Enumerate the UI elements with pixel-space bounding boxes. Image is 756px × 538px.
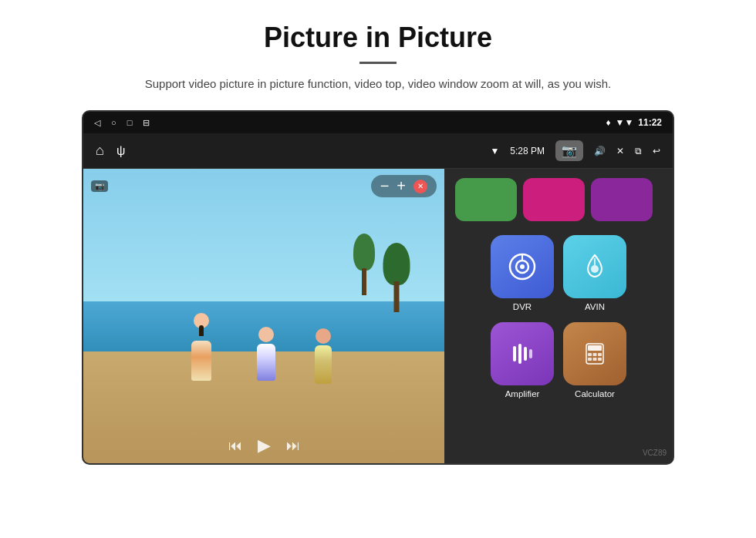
svg-point-2	[520, 264, 525, 269]
pip-minus-button[interactable]: −	[380, 177, 390, 195]
camera-button[interactable]: 📷	[555, 140, 583, 161]
svg-rect-14	[598, 353, 602, 356]
status-bar-right: ♦ ▼▼ 11:22	[606, 117, 662, 128]
app-grid-section: DVR AVIN	[444, 169, 673, 463]
top-apps-row	[455, 178, 662, 221]
video-section[interactable]: 📷 − + ✕ ⏮ ▶ ⏭	[83, 169, 444, 463]
app-bar: ⌂ ψ ▼ 5:28 PM 📷 🔊 ✕ ⧉ ↩	[83, 133, 673, 169]
volume-icon[interactable]: 🔊	[594, 146, 606, 156]
close-icon[interactable]: ✕	[616, 146, 624, 156]
svg-rect-6	[513, 346, 516, 361]
person-2	[257, 327, 275, 381]
svg-rect-12	[588, 353, 592, 356]
back-nav-icon[interactable]: ◁	[94, 118, 100, 128]
calculator-label: Calculator	[575, 389, 615, 398]
avin-label: AVIN	[585, 302, 605, 311]
app-dvr[interactable]: DVR	[491, 235, 554, 311]
app-bar-left: ⌂ ψ	[96, 143, 125, 159]
app-bar-right: ▼ 5:28 PM 📷 🔊 ✕ ⧉ ↩	[490, 140, 660, 161]
play-button[interactable]: ▶	[258, 435, 271, 456]
app-bar-time: 5:28 PM	[510, 146, 545, 156]
forward-button[interactable]: ⏭	[286, 438, 300, 454]
watermark: VCZ89	[643, 449, 667, 457]
person-1	[191, 313, 211, 381]
pip-close-button[interactable]: ✕	[413, 180, 427, 193]
pip-size-controls[interactable]: − + ✕	[371, 175, 437, 197]
location-icon: ♦	[606, 117, 610, 128]
usb-icon: ψ	[116, 144, 125, 158]
tree-2	[349, 234, 380, 295]
app-calculator[interactable]: Calculator	[563, 322, 626, 398]
page-subtitle: Support video picture in picture functio…	[145, 75, 611, 93]
siriusxm-icon-partial	[523, 178, 585, 221]
svg-rect-11	[588, 345, 602, 351]
wifi-icon: ▼▼	[616, 117, 634, 128]
svg-rect-16	[593, 358, 597, 361]
wheelkey-icon-partial	[591, 178, 653, 221]
wifi-status-icon: ▼	[490, 146, 499, 156]
amplifier-label: Amplifier	[505, 389, 540, 398]
status-time: 11:22	[638, 117, 662, 128]
video-bottom-controls: ⏮ ▶ ⏭	[83, 435, 444, 456]
main-content: 📷 − + ✕ ⏮ ▶ ⏭	[83, 169, 673, 463]
page-title: Picture in Picture	[264, 22, 492, 54]
title-divider	[359, 62, 397, 64]
pip-window-icon[interactable]: ⧉	[635, 146, 642, 156]
app-row-2: Amplifier	[455, 322, 662, 398]
video-player: 📷 − + ✕ ⏮ ▶ ⏭	[83, 169, 444, 463]
rewind-button[interactable]: ⏮	[228, 438, 242, 454]
netflix-icon-partial	[455, 178, 517, 221]
dvr-label: DVR	[513, 302, 532, 311]
status-bar: ◁ ○ □ ⊟ ♦ ▼▼ 11:22	[83, 112, 673, 133]
video-controls-bar: 📷 − + ✕	[83, 175, 444, 197]
svg-rect-13	[593, 353, 597, 356]
app-amplifier[interactable]: Amplifier	[491, 322, 554, 398]
status-bar-left: ◁ ○ □ ⊟	[94, 118, 150, 128]
amplifier-svg	[508, 340, 536, 368]
svg-rect-17	[598, 358, 602, 361]
svg-rect-8	[524, 347, 527, 361]
pip-indicator: 📷	[91, 180, 108, 192]
amplifier-icon	[491, 322, 554, 385]
back-icon[interactable]: ↩	[653, 146, 660, 156]
media-nav-icon[interactable]: ⊟	[143, 118, 150, 128]
dvr-svg	[507, 251, 538, 282]
video-scene	[83, 169, 444, 463]
calculator-svg	[581, 340, 609, 368]
svg-rect-9	[529, 349, 532, 358]
calculator-icon	[563, 322, 626, 385]
app-avin[interactable]: AVIN	[563, 235, 626, 311]
svg-point-4	[591, 265, 599, 273]
svg-rect-7	[518, 344, 521, 364]
pip-plus-button[interactable]: +	[397, 177, 406, 195]
avin-svg	[580, 252, 609, 281]
recent-nav-icon[interactable]: □	[127, 118, 133, 127]
dvr-icon	[491, 235, 554, 298]
tree-1	[377, 243, 416, 312]
home-nav-icon[interactable]: ○	[111, 118, 116, 127]
person-3	[315, 328, 332, 384]
app-row-1: DVR AVIN	[455, 235, 662, 311]
device-frame: ◁ ○ □ ⊟ ♦ ▼▼ 11:22 ⌂ ψ ▼ 5:28 PM 📷 🔊	[82, 110, 674, 465]
avin-icon	[563, 235, 626, 298]
home-icon[interactable]: ⌂	[96, 143, 104, 159]
svg-rect-15	[588, 358, 592, 361]
